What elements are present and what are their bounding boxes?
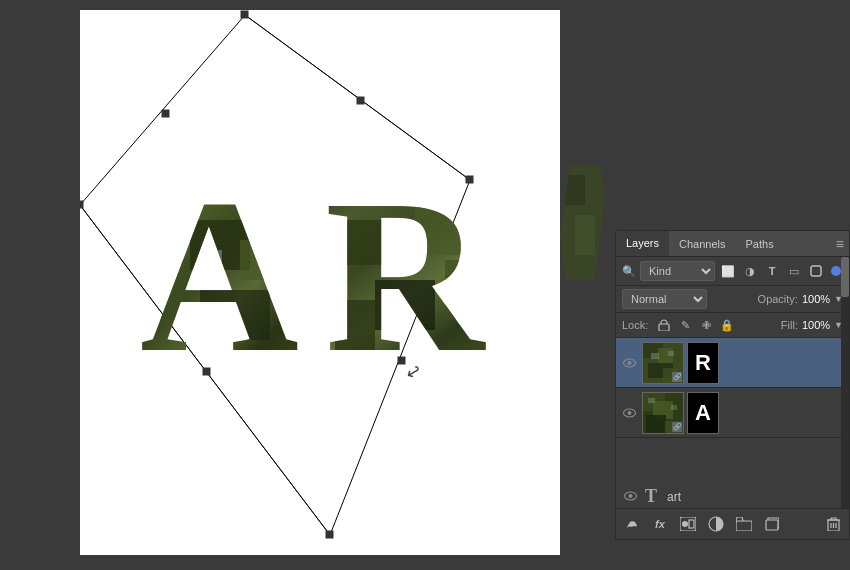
svg-rect-31 [345, 220, 400, 265]
lock-image-btn[interactable]: ✎ [676, 316, 694, 334]
layer-visibility-r[interactable] [621, 355, 637, 371]
lock-label: Lock: [622, 319, 648, 331]
svg-rect-36 [365, 170, 377, 180]
lock-row: Lock: ✎ ✙ 🔒 Fill: 100% ▼ [616, 313, 849, 338]
adjustment-layer-button[interactable] [706, 514, 726, 534]
lock-transparent-btn[interactable] [655, 316, 673, 334]
filter-row: 🔍 Kind ⬜ ◑ T ▭ [616, 257, 849, 286]
layers-panel: Layers Channels Paths ≡ 🔍 Kind ⬜ ◑ T ▭ N… [615, 230, 850, 540]
layer-item-r[interactable]: 🔗 R [616, 338, 849, 388]
svg-rect-70 [766, 520, 778, 530]
svg-rect-52 [651, 353, 659, 359]
svg-point-55 [627, 411, 631, 415]
svg-rect-62 [671, 405, 677, 410]
svg-rect-41 [565, 175, 585, 205]
fill-value[interactable]: 100% [802, 319, 830, 331]
panel-menu-icon[interactable]: ≡ [836, 236, 844, 252]
layer-mask-r: R [687, 342, 719, 384]
opacity-label: Opacity: [758, 293, 798, 305]
svg-rect-43 [811, 266, 821, 276]
canvas-area: A [0, 0, 565, 570]
letter-a-svg: A [140, 140, 340, 370]
panel-bottom-bar: fx [616, 508, 849, 539]
svg-rect-59 [646, 415, 666, 434]
letter-fragment [560, 165, 605, 280]
new-layer-button[interactable] [762, 514, 782, 534]
panel-tabs: Layers Channels Paths ≡ [616, 231, 849, 257]
svg-point-64 [629, 494, 633, 498]
svg-rect-53 [668, 351, 674, 356]
tab-paths[interactable]: Paths [736, 231, 784, 256]
svg-rect-23 [170, 160, 185, 180]
filter-kind-select[interactable]: Kind [640, 261, 715, 281]
adjustment-filter-icon[interactable]: ◑ [741, 262, 759, 280]
svg-rect-32 [415, 200, 465, 255]
svg-rect-26 [280, 270, 295, 280]
ar-text-container: A [130, 140, 560, 380]
svg-rect-42 [575, 215, 595, 255]
group-layers-button[interactable] [734, 514, 754, 534]
layer-effects-button[interactable]: fx [650, 514, 670, 534]
layer-mask-button[interactable] [678, 514, 698, 534]
tab-layers[interactable]: Layers [616, 231, 669, 256]
svg-rect-34 [445, 260, 490, 320]
text-layer-visibility[interactable] [624, 490, 640, 504]
svg-rect-19 [150, 260, 190, 320]
type-filter-icon[interactable]: T [763, 262, 781, 280]
layer-thumb-a-image: 🔗 [642, 392, 684, 434]
svg-rect-29 [335, 160, 385, 200]
layers-list: 🔗 R 🔗 [616, 338, 849, 478]
filter-active-indicator[interactable] [831, 266, 841, 276]
lock-position-btn[interactable]: ✙ [697, 316, 715, 334]
svg-rect-44 [659, 324, 669, 331]
blend-opacity-row: Normal Opacity: 100% ▼ [616, 286, 849, 313]
lock-all-btn[interactable]: 🔒 [718, 316, 736, 334]
smart-filter-icon[interactable] [807, 262, 825, 280]
scrollbar-thumb[interactable] [841, 257, 849, 297]
opacity-value[interactable]: 100% [802, 293, 830, 305]
svg-rect-25 [210, 250, 222, 262]
svg-rect-61 [648, 398, 655, 403]
svg-rect-35 [335, 300, 375, 355]
svg-rect-30 [385, 150, 425, 200]
link-layers-button[interactable] [622, 514, 642, 534]
tab-channels[interactable]: Channels [669, 231, 735, 256]
svg-point-46 [627, 361, 631, 365]
text-layer-type-icon: T [645, 486, 657, 507]
svg-rect-69 [736, 521, 752, 531]
fill-label: Fill: [781, 319, 798, 331]
blend-mode-select[interactable]: Normal [622, 289, 707, 309]
svg-point-66 [682, 521, 688, 527]
shape-filter-icon[interactable]: ▭ [785, 262, 803, 280]
layer-thumb-r-image: 🔗 [642, 342, 684, 384]
svg-rect-38 [405, 240, 415, 248]
text-layer-name: art [667, 490, 681, 504]
svg-rect-67 [689, 520, 694, 528]
svg-rect-37 [425, 160, 440, 172]
svg-rect-22 [200, 290, 270, 340]
svg-rect-21 [270, 190, 315, 250]
layer-visibility-a[interactable] [621, 405, 637, 421]
search-icon: 🔍 [622, 265, 636, 278]
layer-item-a[interactable]: 🔗 A [616, 388, 849, 438]
delete-layer-button[interactable] [823, 514, 843, 534]
pixel-filter-icon[interactable]: ⬜ [719, 262, 737, 280]
layer-mask-a: A [687, 392, 719, 434]
letter-r-svg: R [325, 140, 525, 370]
panel-scrollbar[interactable] [841, 257, 849, 509]
svg-rect-33 [375, 280, 435, 330]
svg-rect-24 [240, 180, 260, 195]
